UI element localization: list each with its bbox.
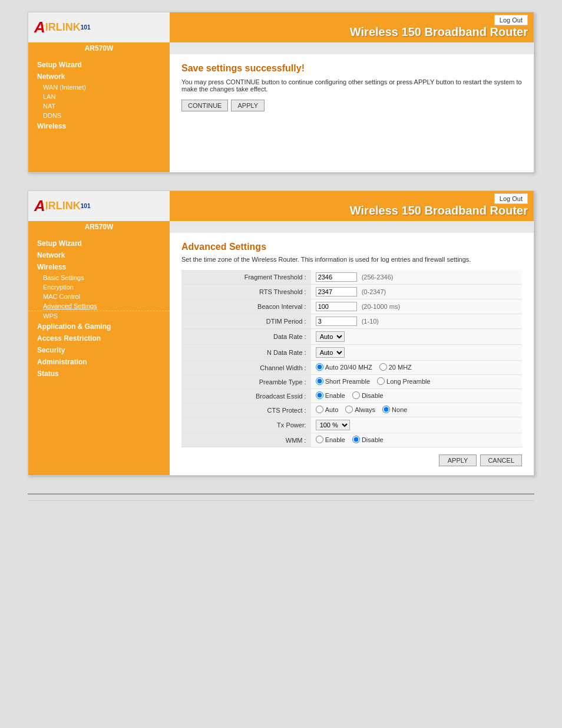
radio-cts-always[interactable] xyxy=(345,406,353,413)
radio-auto2040[interactable] xyxy=(316,363,323,371)
radio-short-preamble[interactable] xyxy=(316,377,323,385)
p2-sidebar-administration[interactable]: Administration xyxy=(28,356,170,368)
label-broadcast-essid: Broadcast Essid : xyxy=(181,389,311,403)
save-buttons: CONTINUE APPLY xyxy=(181,100,522,111)
radio-cts-always-label[interactable]: Always xyxy=(345,406,375,413)
apply-small-button[interactable]: APPLY xyxy=(231,100,265,111)
radio-cts-auto-text: Auto xyxy=(325,406,339,413)
panel2-body: Setup Wizard Network Wireless Basic Sett… xyxy=(28,233,534,475)
row-beacon-interval: Beacon Interval : (20-1000 ms) xyxy=(181,299,522,314)
save-message: You may press CONTINUE button to continu… xyxy=(181,78,522,93)
label-data-rate: Data Rate : xyxy=(181,329,311,345)
radio-20mhz-label[interactable]: 20 MHZ xyxy=(379,363,412,371)
sidebar-sub-lan[interactable]: LAN xyxy=(28,92,170,101)
cancel-button[interactable]: CANCEL xyxy=(480,454,522,466)
radio-cts-none-label[interactable]: None xyxy=(382,406,407,413)
panel2-logo: A IRLINK 101 xyxy=(28,191,170,221)
logo2-a-icon: A xyxy=(34,197,45,215)
panel1-content: Save settings successfully! You may pres… xyxy=(170,54,534,172)
radio-wmm-enable-text: Enable xyxy=(325,436,345,443)
p2-sidebar-mac-control[interactable]: MAC Control xyxy=(28,292,170,301)
panel1-logo: A IRLINK 101 xyxy=(28,12,170,42)
input-rts-threshold[interactable] xyxy=(316,287,357,297)
row-preamble-type: Preamble Type : Short Preamble xyxy=(181,375,522,389)
radio-wmm-disable[interactable] xyxy=(352,436,360,443)
panel2-logout-button[interactable]: Log Out xyxy=(494,193,528,204)
select-n-data-rate[interactable]: Auto xyxy=(316,347,345,358)
radio-cts-none[interactable] xyxy=(382,406,390,413)
radio-cts-auto-label[interactable]: Auto xyxy=(316,406,339,413)
row-dtim-period: DTIM Period : (1-10) xyxy=(181,314,522,329)
panel1-body: Setup Wizard Network WAN (Internet) LAN … xyxy=(28,54,534,172)
logo2-101: 101 xyxy=(81,203,91,209)
radio-broadcast-disable-label[interactable]: Disable xyxy=(352,391,384,399)
label-preamble-type: Preamble Type : xyxy=(181,375,311,389)
radio-long-preamble[interactable] xyxy=(377,377,385,385)
radio-broadcast-disable-text: Disable xyxy=(362,392,384,399)
radio-cts-protect: Auto Always None xyxy=(316,406,408,413)
sidebar-item-setup-wizard[interactable]: Setup Wizard xyxy=(28,59,170,71)
panel2-header-right: Log Out Wireless 150 Broadband Router xyxy=(170,191,534,221)
p2-sidebar-setup-wizard[interactable]: Setup Wizard xyxy=(28,238,170,249)
row-cts-protect: CTS Protect : Auto Always xyxy=(181,403,522,417)
radio-broadcast-enable-label[interactable]: Enable xyxy=(316,391,345,399)
label-dtim-period: DTIM Period : xyxy=(181,314,311,329)
sidebar-sub-nat[interactable]: NAT xyxy=(28,101,170,111)
advanced-settings-desc: Set the time zone of the Wireless Router… xyxy=(181,256,522,263)
p2-sidebar-wireless[interactable]: Wireless xyxy=(28,261,170,273)
p2-sidebar-basic-settings[interactable]: Basic Settings xyxy=(28,273,170,282)
sidebar-sub-ddns[interactable]: DDNS xyxy=(28,111,170,120)
panel2: A IRLINK 101 Log Out Wireless 150 Broadb… xyxy=(28,190,534,476)
radio-auto2040-text: Auto 20/40 MHZ xyxy=(325,364,372,371)
input-dtim-period[interactable] xyxy=(316,317,357,326)
radio-auto2040-label[interactable]: Auto 20/40 MHZ xyxy=(316,363,372,371)
row-fragment-threshold: Fragment Threshold : (256-2346) xyxy=(181,270,522,285)
input-beacon-interval[interactable] xyxy=(316,302,357,311)
separator1 xyxy=(28,493,534,495)
apply-button[interactable]: APPLY xyxy=(439,454,477,466)
radio-cts-auto[interactable] xyxy=(316,406,323,413)
p2-sidebar-status[interactable]: Status xyxy=(28,368,170,380)
p2-sidebar-wps[interactable]: WPS xyxy=(28,311,170,321)
radio-long-preamble-text: Long Preamble xyxy=(386,378,431,385)
radio-wmm-disable-text: Disable xyxy=(362,436,384,443)
value-fragment-threshold: (256-2346) xyxy=(311,270,522,285)
radio-short-preamble-label[interactable]: Short Preamble xyxy=(316,377,370,385)
radio-long-preamble-label[interactable]: Long Preamble xyxy=(377,377,431,385)
row-data-rate: Data Rate : Auto xyxy=(181,329,522,345)
input-fragment-threshold[interactable] xyxy=(316,272,357,282)
radio-wmm-disable-label[interactable]: Disable xyxy=(352,436,384,443)
panel1-header: A IRLINK 101 Log Out Wireless 150 Broadb… xyxy=(28,12,534,42)
radio-20mhz[interactable] xyxy=(379,363,387,371)
radio-wmm-enable-label[interactable]: Enable xyxy=(316,436,345,443)
p2-sidebar-advanced-settings[interactable]: Advanced Settings xyxy=(28,301,170,311)
radio-broadcast-enable[interactable] xyxy=(316,391,323,399)
sidebar-sub-wan[interactable]: WAN (Internet) xyxy=(28,83,170,92)
p2-sidebar-encryption[interactable]: Encryption xyxy=(28,282,170,292)
panel2-router-title: Wireless 150 Broadband Router xyxy=(350,204,528,218)
sidebar-item-wireless[interactable]: Wireless xyxy=(28,120,170,132)
label-tx-power: Tx Power: xyxy=(181,417,311,433)
p2-sidebar-access-restriction[interactable]: Access Restriction xyxy=(28,332,170,344)
radio-20mhz-text: 20 MHZ xyxy=(389,364,412,371)
p2-sidebar-network[interactable]: Network xyxy=(28,249,170,261)
settings-table: Fragment Threshold : (256-2346) RTS Thre… xyxy=(181,270,522,447)
logo-a-icon: A xyxy=(34,18,45,37)
value-n-data-rate: Auto xyxy=(311,345,522,361)
sidebar-item-network[interactable]: Network xyxy=(28,71,170,83)
advanced-settings-title: Advanced Settings xyxy=(181,242,522,252)
radio-cts-none-text: None xyxy=(392,406,407,413)
p2-sidebar-app-gaming[interactable]: Application & Gaming xyxy=(28,321,170,332)
continue-button[interactable]: CONTINUE xyxy=(181,100,228,111)
logo2-irlink: IRLINK xyxy=(45,200,81,212)
select-tx-power[interactable]: 100 % xyxy=(316,420,350,430)
radio-wmm-enable[interactable] xyxy=(316,436,323,443)
panel1: A IRLINK 101 Log Out Wireless 150 Broadb… xyxy=(28,12,534,173)
radio-broadcast-disable[interactable] xyxy=(352,391,360,399)
panel1-logout-button[interactable]: Log Out xyxy=(494,15,528,25)
radio-broadcast-essid: Enable Disable xyxy=(316,391,384,399)
select-data-rate[interactable]: Auto xyxy=(316,331,345,342)
panel1-model-bar: AR570W xyxy=(28,42,170,54)
value-data-rate: Auto xyxy=(311,329,522,345)
p2-sidebar-security[interactable]: Security xyxy=(28,344,170,356)
